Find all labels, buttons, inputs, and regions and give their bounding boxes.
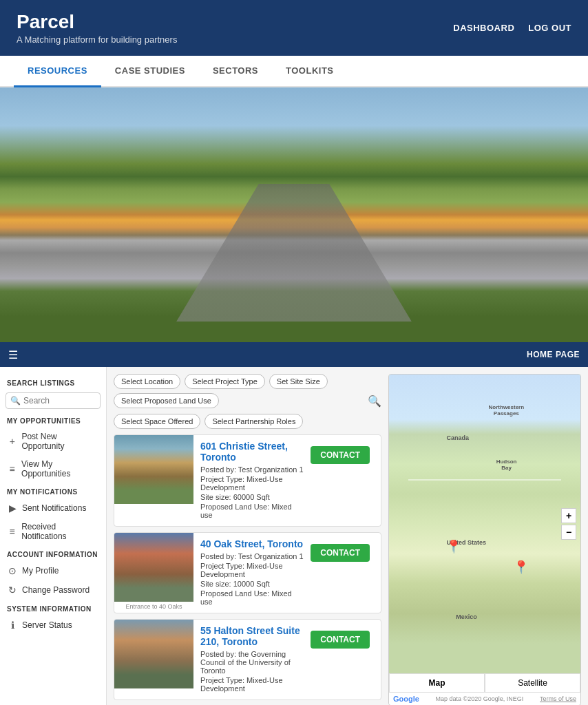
header-nav: DASHBOARD LOG OUT	[453, 23, 571, 33]
sidebar-item-server-status[interactable]: ℹ Server Status	[0, 615, 106, 635]
toolbar-bar: ☰ HOME PAGE	[0, 342, 588, 367]
listing-posted-by-3: Posted by: the Governing Council of the …	[200, 650, 304, 675]
listing-posted-by-1: Posted by: Test Organization 1	[200, 465, 304, 474]
sidebar-item-received-notifications[interactable]: ≡ Received Notifications	[0, 518, 106, 545]
filter-bar-row2: Select Space Offered Select Partnership …	[114, 414, 381, 429]
my-profile-label: My Profile	[22, 566, 59, 576]
search-section-title: SEARCH LISTINGS	[0, 374, 106, 390]
plus-icon: +	[7, 436, 17, 447]
list-icon: ≡	[7, 463, 17, 474]
map-canvas[interactable]: Canada United States Mexico Northwestern…	[389, 375, 580, 673]
listing-title-3: 55 Halton Street Suite 210, Toronto	[200, 625, 304, 647]
tab-case-studies[interactable]: CASE STUDIES	[101, 56, 199, 87]
brand: Parcel A Matching platform for building …	[17, 11, 177, 45]
change-password-label: Change Password	[22, 585, 90, 595]
sidebar-item-view-opportunities[interactable]: ≡ View My Opportunities	[0, 455, 106, 483]
listing-posted-by-2: Posted by: Test Organization 1	[200, 552, 304, 560]
dashboard-link[interactable]: DASHBOARD	[453, 23, 514, 33]
listing-info-1: 601 Christie Street, Toronto Posted by: …	[193, 435, 311, 526]
map-label-canada: Canada	[446, 434, 469, 441]
filter-bar: Select Location Select Project Type Set …	[114, 374, 381, 408]
listing-card-right-3: CONTACT	[311, 620, 381, 654]
map-area: Canada United States Mexico Northwestern…	[388, 374, 581, 705]
nav-tabs: RESOURCES CASE STUDIES SECTORS TOOLKITS	[0, 56, 588, 87]
sidebar-item-sent-notifications[interactable]: ▶ Sent Notifications	[0, 498, 106, 518]
profile-icon: ⊙	[7, 565, 18, 576]
sidebar-item-post-opportunity[interactable]: + Post New Opportunity	[0, 428, 106, 455]
search-input[interactable]	[23, 396, 96, 406]
post-opportunity-label: Post New Opportunity	[21, 432, 99, 451]
tab-sectors[interactable]: SECTORS	[199, 56, 272, 87]
listing-card-right-1: CONTACT	[311, 435, 381, 470]
info-icon: ℹ	[7, 620, 18, 631]
filter-location[interactable]: Select Location	[114, 374, 180, 389]
listing-card-right-2: CONTACT	[311, 533, 381, 567]
listing-caption-2: Entrance to 40 Oaks	[114, 602, 193, 611]
listing-info-2: 40 Oak Street, Toronto Posted by: Test O…	[193, 533, 311, 613]
listing-card-2: Entrance to 40 Oaks 40 Oak Street, Toron…	[114, 532, 381, 613]
listing-image-1	[114, 435, 193, 504]
sidebar-item-profile[interactable]: ⊙ My Profile	[0, 561, 106, 580]
listing-card-1: 601 Christie Street, Toronto Posted by: …	[114, 434, 381, 527]
map-pin-2[interactable]: 📍	[514, 560, 523, 574]
opportunities-section-title: MY OPPORTUNITIES	[0, 412, 106, 428]
contact-button-1[interactable]: CONTACT	[311, 446, 370, 464]
listing-image-3	[114, 620, 193, 688]
map-label-nw-passages: NorthwesternPassages	[489, 404, 525, 417]
map-label-mexico: Mexico	[456, 613, 477, 620]
contact-button-3[interactable]: CONTACT	[311, 631, 370, 649]
home-page-link[interactable]: HOME PAGE	[527, 350, 580, 359]
map-controls: Map Satellite	[389, 673, 580, 693]
tab-resources[interactable]: RESOURCES	[14, 56, 101, 87]
listing-card-3: 55 Halton Street Suite 210, Toronto Post…	[114, 619, 381, 700]
filter-site-size[interactable]: Set Site Size	[269, 374, 328, 389]
listing-project-type-2: Project Type: Mixed-Use Development	[200, 562, 304, 578]
filter-land-use[interactable]: Select Proposed Land Use	[114, 393, 219, 408]
map-zoom-out[interactable]: −	[561, 525, 576, 540]
search-input-wrap[interactable]: 🔍	[6, 392, 101, 409]
map-label-hudson-bay: HudsonBay	[496, 459, 517, 471]
account-section-title: ACCOUNT INFORMATION	[0, 545, 106, 561]
map-pin-1[interactable]: 📍	[446, 539, 456, 553]
logout-link[interactable]: LOG OUT	[528, 23, 571, 33]
map-terms-link[interactable]: Terms of Use	[540, 695, 576, 702]
view-opportunities-label: View My Opportunities	[21, 459, 99, 478]
search-icon: 🔍	[10, 396, 21, 406]
sidebar-item-change-password[interactable]: ↻ Change Password	[0, 580, 106, 600]
hero-image	[0, 87, 588, 342]
sent-notifications-label: Sent Notifications	[22, 503, 86, 513]
contact-button-2[interactable]: CONTACT	[311, 544, 370, 562]
listing-land-use-1: Proposed Land Use: Mixed use	[200, 503, 304, 519]
password-icon: ↻	[7, 585, 18, 596]
listing-project-type-3: Project Type: Mixed-Use Development	[200, 676, 304, 693]
filter-project-type[interactable]: Select Project Type	[185, 374, 265, 389]
filter-search-button[interactable]: 🔍	[368, 394, 381, 408]
brand-tagline: A Matching platform for building partner…	[17, 34, 177, 45]
notifications-section-title: MY NOTIFICATIONS	[0, 483, 106, 498]
hero-background	[0, 87, 588, 342]
listing-image-2	[114, 533, 193, 602]
filter-partnership-roles[interactable]: Select Partnership Roles	[204, 414, 303, 429]
map-data-label: Map data ©2020 Google, INEGI	[436, 695, 524, 702]
received-icon: ≡	[7, 526, 17, 537]
map-tab-satellite[interactable]: Satellite	[485, 673, 580, 693]
system-section-title: SYSTEM INFORMATION	[0, 600, 106, 615]
main-area: SEARCH LISTINGS 🔍 MY OPPORTUNITIES + Pos…	[0, 367, 588, 705]
header: Parcel A Matching platform for building …	[0, 0, 588, 56]
map-footer: Google Map data ©2020 Google, INEGI Term…	[389, 693, 580, 705]
content-area: Select Location Select Project Type Set …	[107, 367, 388, 705]
sent-icon: ▶	[7, 503, 18, 514]
listing-info-3: 55 Halton Street Suite 210, Toronto Post…	[193, 620, 311, 699]
server-status-label: Server Status	[22, 620, 72, 630]
menu-icon[interactable]: ☰	[8, 348, 18, 361]
listing-site-size-1: Site size: 60000 Sqft	[200, 493, 304, 501]
filter-space-offered[interactable]: Select Space Offered	[114, 414, 200, 429]
brand-title: Parcel	[17, 11, 177, 33]
listing-site-size-2: Site size: 10000 Sqft	[200, 580, 304, 588]
map-zoom-in[interactable]: +	[561, 508, 576, 523]
tab-toolkits[interactable]: TOOLKITS	[272, 56, 347, 87]
sidebar: SEARCH LISTINGS 🔍 MY OPPORTUNITIES + Pos…	[0, 367, 107, 705]
listing-land-use-2: Proposed Land Use: Mixed use	[200, 589, 304, 606]
map-tab-map[interactable]: Map	[389, 673, 485, 693]
listing-title-2: 40 Oak Street, Toronto	[200, 538, 304, 549]
